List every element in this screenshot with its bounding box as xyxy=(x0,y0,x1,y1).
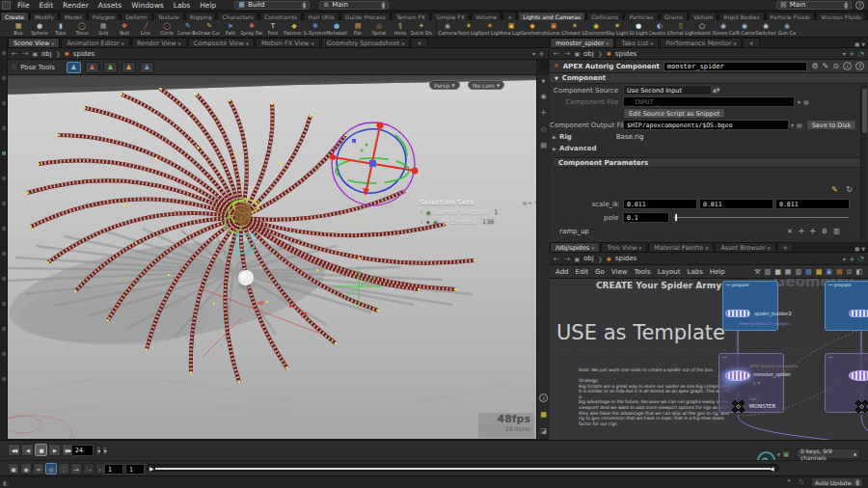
shelf-tab-guide-process[interactable]: Guide Process xyxy=(340,12,391,20)
integer-frames-icon[interactable]: ⁚ xyxy=(58,463,69,474)
tab-dropdown-icon[interactable]: ▼ xyxy=(178,41,181,46)
left-strip-icon[interactable] xyxy=(2,51,6,55)
back-icon[interactable]: ← xyxy=(554,255,560,263)
rewind-button[interactable]: ◀◀ xyxy=(8,444,20,456)
camera-tool-icon[interactable]: ◉ xyxy=(540,93,546,100)
pane-tab-monster-spider[interactable]: monster_spider▼ xyxy=(550,38,614,47)
net-menu-layout[interactable]: Layout xyxy=(658,268,681,276)
frame-tool-icon[interactable]: ◇ xyxy=(541,125,546,133)
pane-maximize-icon[interactable]: ◼ xyxy=(854,41,859,47)
param-scrollbar[interactable] xyxy=(860,85,867,239)
shelf-tab-item[interactable]: + xyxy=(502,12,517,20)
selection-set-row-current-selection[interactable]: ◦✱Current Selection1 xyxy=(420,208,536,216)
range-handle-left[interactable]: ▶ xyxy=(149,465,154,473)
frame-range-slider[interactable]: ▶ ◀ xyxy=(147,464,779,472)
ramp-settings-icon[interactable]: ⚙ xyxy=(822,228,827,235)
left-strip-icon[interactable] xyxy=(2,176,6,180)
left-strip-icon[interactable] xyxy=(2,151,6,155)
menu-help[interactable]: Help xyxy=(195,0,221,11)
menu-edit[interactable]: Edit xyxy=(35,0,59,11)
range-handle-right[interactable]: ◀ xyxy=(770,465,774,473)
file-history-icon[interactable]: ▾ xyxy=(791,122,794,128)
shelf-tool-environment-light[interactable]: ◉Environment Light xyxy=(585,20,607,37)
node-monster-spider[interactable] xyxy=(725,370,750,381)
message-log-icon[interactable]: ❝ xyxy=(787,478,791,486)
radio-icon[interactable]: ◦ xyxy=(420,208,423,216)
output-file-field[interactable]: $HIP/apexcomponents/$OS.bgeo xyxy=(623,120,789,130)
pane-tab-scene-view[interactable]: Scene View▼ xyxy=(8,38,60,47)
back-icon[interactable]: ← xyxy=(12,49,18,58)
path-dropdown-icon[interactable]: ▾ xyxy=(532,50,535,57)
pane-tab-composite-view[interactable]: Composite View▼ xyxy=(188,38,255,47)
left-strip-icon[interactable] xyxy=(2,252,6,256)
pane-tab-item[interactable]: + xyxy=(777,242,794,252)
shelf-tool-sphere[interactable]: ●Sphere xyxy=(29,20,50,37)
shelf-tab-model[interactable]: Model xyxy=(60,12,87,20)
shelf-tool-null[interactable]: ✚Null xyxy=(114,20,135,37)
tab-dropdown-icon[interactable]: ▼ xyxy=(401,41,404,46)
tab-dropdown-icon[interactable]: ▼ xyxy=(705,246,708,251)
shelf-tool-portal-light[interactable]: ▯Portal Light xyxy=(670,20,692,37)
frame-all-icon[interactable]: ◧ xyxy=(855,268,862,276)
shelf-tab-viscous-fluids[interactable]: Viscous Fluids xyxy=(816,12,866,20)
pose-tool-mocap[interactable]: ♟ xyxy=(140,62,154,73)
sim-cache-icon[interactable]: ≈ xyxy=(33,463,44,474)
component-parameters-header[interactable]: Component Parameters xyxy=(554,157,864,168)
persp-dropdown[interactable]: Persp▼ xyxy=(429,80,460,90)
pole-slider[interactable] xyxy=(673,212,849,223)
forward-icon[interactable]: → xyxy=(564,49,571,58)
path-dropdown-icon[interactable]: ▾ xyxy=(843,256,846,262)
auto-update-dropdown[interactable]: Auto Update▲▼ xyxy=(811,477,863,487)
shelf-tool-quick-shapes[interactable]: ✦Quick Shapes xyxy=(411,20,432,37)
tab-dropdown-icon[interactable]: ▼ xyxy=(638,246,641,251)
forward-icon[interactable]: → xyxy=(22,49,29,58)
shelf-tab-grains[interactable]: Grains xyxy=(660,12,688,20)
shelf-tool-line[interactable]: ╱Line xyxy=(135,20,156,37)
ramp-presets-icon[interactable]: ▥ xyxy=(833,228,840,235)
shelf-tab-particle-fluids[interactable]: Particle Fluids xyxy=(766,12,816,20)
pan-tool-icon[interactable]: ✛ xyxy=(541,109,547,117)
shelf-tool-spray-paint[interactable]: ❋Spray Paint xyxy=(241,20,262,37)
pane-maximize-icon[interactable]: ◼ xyxy=(854,245,859,252)
shelf-tool-spot-light[interactable]: ☀Spot Light xyxy=(479,20,501,37)
shelf-tool-camera[interactable]: ◉Camera xyxy=(437,20,458,37)
net-menu-labs[interactable]: Labs xyxy=(688,268,703,276)
shelf-tool-caustic-light[interactable]: ◐Caustic Light xyxy=(649,20,670,37)
tab-dropdown-icon[interactable]: ▼ xyxy=(312,41,314,46)
scale-ik-field-0[interactable]: 0.011 xyxy=(623,199,697,209)
rig-row[interactable]: ▶ Rig Base.rig xyxy=(550,133,643,141)
range-start-field[interactable]: 1 xyxy=(104,464,123,474)
pane-tab-tree-view[interactable]: Tree View▼ xyxy=(601,242,647,252)
shelf-tool-box[interactable]: ▦Box xyxy=(8,20,29,37)
ramp-move-icon[interactable]: ✛ xyxy=(799,228,804,235)
list-view-icon[interactable]: ▥ xyxy=(795,268,801,276)
pane-menu-icon[interactable]: ▼ xyxy=(861,246,865,252)
left-strip-icon[interactable] xyxy=(2,101,6,105)
tab-dropdown-icon[interactable]: ▼ xyxy=(733,41,736,46)
realtime-playback-icon[interactable]: ◎ xyxy=(45,463,57,474)
grid-view-icon[interactable]: ▦ xyxy=(785,268,792,276)
shelf-tab-hair-utils[interactable]: Hair Utils xyxy=(303,12,339,20)
pane-tab-item[interactable]: + xyxy=(743,38,759,47)
left-strip-icon[interactable] xyxy=(2,277,6,281)
drag-handle-icon[interactable]: ⠿ xyxy=(12,64,16,71)
left-strip-icon[interactable] xyxy=(2,352,6,356)
dec-frame-icon[interactable]: ◂ xyxy=(95,446,101,455)
save-to-disk-button[interactable]: Save to Disk xyxy=(806,120,857,130)
tab-dropdown-icon[interactable]: ▼ xyxy=(606,41,609,46)
null-daddy-shape[interactable] xyxy=(854,398,868,415)
forward-icon[interactable]: → xyxy=(564,255,571,263)
magnifier-icon[interactable]: ⊙ xyxy=(832,62,839,70)
prev-frame-button[interactable]: ◀ xyxy=(21,444,34,456)
path-obj[interactable]: obj xyxy=(583,50,594,58)
menu-assets[interactable]: Assets xyxy=(94,0,126,11)
shelf-tool-helix[interactable]: §Helix xyxy=(390,20,411,37)
sync-icon[interactable]: ◔ xyxy=(858,255,864,262)
shelf-tool-file[interactable]: ▤File xyxy=(347,20,368,37)
left-strip-icon[interactable] xyxy=(2,227,6,230)
display-options-icon[interactable]: ◪ xyxy=(540,427,547,435)
path-dropdown-icon[interactable]: ▾ xyxy=(843,50,846,57)
help-icon[interactable]: ? xyxy=(855,1,864,10)
menu-windows[interactable]: Windows xyxy=(126,0,168,11)
scrollbar-thumb[interactable] xyxy=(862,89,867,133)
